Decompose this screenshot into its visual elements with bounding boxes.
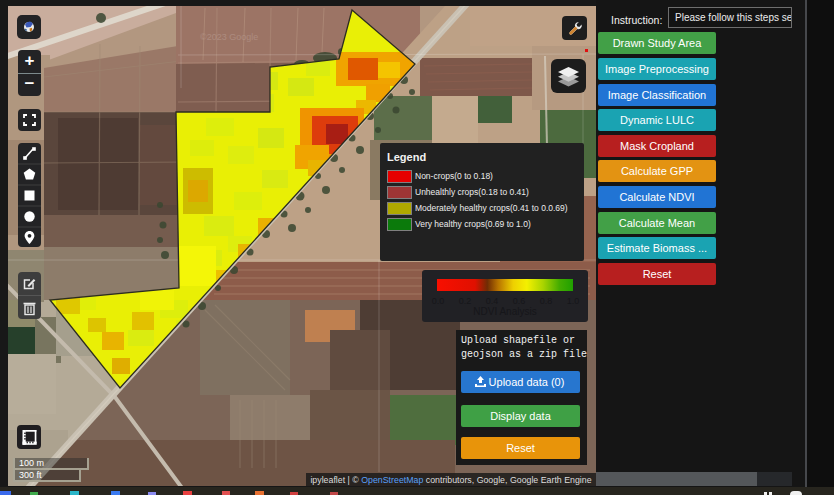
svg-text:0.2: 0.2 <box>459 296 472 306</box>
svg-text:0.6: 0.6 <box>513 296 526 306</box>
svg-text:0.8: 0.8 <box>540 296 553 306</box>
svg-text:NDVI Analysis: NDVI Analysis <box>473 306 536 317</box>
svg-text:0.4: 0.4 <box>486 296 499 306</box>
svg-text:1.0: 1.0 <box>567 296 580 306</box>
svg-text:0.0: 0.0 <box>432 296 445 306</box>
svg-text:©2023 Google: ©2023 Google <box>200 32 258 42</box>
